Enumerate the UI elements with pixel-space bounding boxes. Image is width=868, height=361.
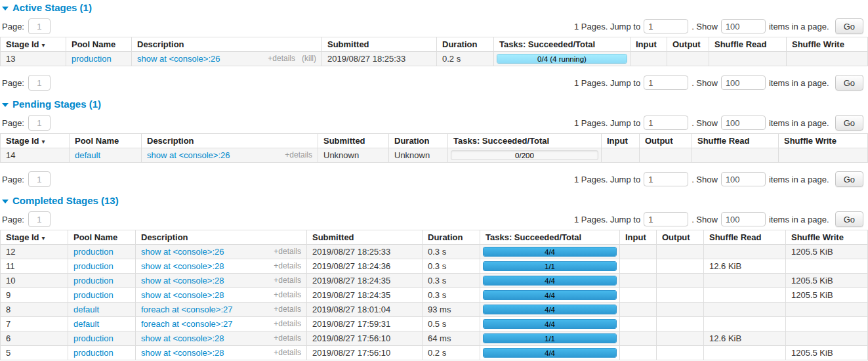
column-header-pool-name[interactable]: Pool Name	[70, 134, 142, 148]
column-header-shuffle-write[interactable]: Shuffle Write	[786, 230, 868, 245]
pool-link[interactable]: production	[73, 333, 114, 343]
page-number-input[interactable]	[28, 18, 51, 34]
column-header-shuffle-read[interactable]: Shuffle Read	[709, 37, 787, 52]
page-number-input[interactable]	[28, 211, 51, 227]
column-header-input[interactable]: Input	[602, 134, 640, 148]
column-header-submitted[interactable]: Submitted	[322, 37, 437, 52]
description-link[interactable]: foreach at <console>:27	[141, 319, 233, 329]
table-header-row: Stage Id▾Pool NameDescriptionSubmittedDu…	[1, 37, 868, 52]
details-toggle[interactable]: +details	[285, 150, 312, 159]
jump-to-page-input[interactable]	[644, 75, 688, 90]
column-header-tasks-succeeded-total[interactable]: Tasks: Succeeded/Total	[480, 230, 620, 245]
column-header-output[interactable]: Output	[640, 134, 692, 148]
details-toggle[interactable]: +details	[274, 319, 301, 328]
page-number-input[interactable]	[28, 75, 51, 91]
column-header-label: Output	[662, 232, 690, 242]
column-header-label: Output	[645, 136, 673, 146]
description-link[interactable]: show at <console>:28	[141, 333, 224, 343]
pool-link[interactable]: production	[73, 348, 114, 358]
go-button[interactable]: Go	[835, 18, 863, 34]
description-link[interactable]: show at <console>:28	[141, 261, 224, 271]
progress-label: 4/4	[484, 247, 616, 257]
column-header-description[interactable]: Description	[132, 37, 322, 52]
shuffle-read-cell	[704, 245, 786, 259]
pool-link[interactable]: production	[73, 261, 114, 271]
stage-id-cell: 10	[1, 274, 68, 288]
page-label: Page:	[2, 215, 24, 224]
pool-link[interactable]: production	[73, 247, 114, 257]
description-cell: +detailsforeach at <console>:27	[136, 317, 307, 331]
details-toggle[interactable]: +details	[274, 348, 301, 357]
column-header-tasks-succeeded-total[interactable]: Tasks: Succeeded/Total	[448, 134, 602, 148]
column-header-duration[interactable]: Duration	[389, 134, 448, 148]
section-header-completed-stages[interactable]: Completed Stages (13)	[2, 195, 868, 206]
jump-to-page-input[interactable]	[644, 172, 688, 186]
description-link[interactable]: foreach at <console>:27	[141, 305, 233, 314]
page-size-input[interactable]	[721, 116, 766, 130]
go-button[interactable]: Go	[835, 115, 863, 131]
section-header-active-stages[interactable]: Active Stages (1)	[2, 2, 868, 13]
description-link[interactable]: show at <console>:28	[141, 276, 224, 286]
kill-link[interactable]: (kill)	[302, 54, 316, 63]
column-header-duration[interactable]: Duration	[437, 37, 494, 52]
column-header-shuffle-read[interactable]: Shuffle Read	[704, 230, 786, 245]
description-link[interactable]: show at <console>:26	[141, 247, 224, 257]
column-header-shuffle-write[interactable]: Shuffle Write	[779, 134, 868, 148]
go-button[interactable]: Go	[835, 171, 863, 187]
description-link[interactable]: show at <console>:26	[147, 150, 230, 160]
pages-count-text: 1 Pages. Jump to	[574, 175, 640, 184]
column-header-input[interactable]: Input	[630, 37, 667, 52]
column-header-pool-name[interactable]: Pool Name	[66, 37, 132, 52]
section-header-pending-stages[interactable]: Pending Stages (1)	[2, 98, 868, 110]
column-header-shuffle-write[interactable]: Shuffle Write	[787, 37, 868, 52]
column-header-stage-id[interactable]: Stage Id▾	[1, 230, 68, 245]
pool-link[interactable]: production	[73, 290, 114, 300]
pages-count-text: 1 Pages. Jump to	[574, 78, 640, 88]
page-size-input[interactable]	[721, 172, 766, 186]
details-toggle[interactable]: +details	[274, 305, 301, 314]
column-header-pool-name[interactable]: Pool Name	[68, 230, 136, 245]
details-toggle[interactable]: +details	[274, 276, 301, 285]
column-header-label: Pool Name	[75, 136, 119, 146]
page-number-input[interactable]	[28, 115, 51, 131]
column-header-description[interactable]: Description	[142, 134, 318, 148]
page-size-input[interactable]	[721, 19, 766, 33]
column-header-output[interactable]: Output	[657, 230, 704, 245]
pool-link[interactable]: default	[73, 305, 99, 314]
column-header-tasks-succeeded-total[interactable]: Tasks: Succeeded/Total	[494, 37, 630, 52]
pool-link[interactable]: default	[75, 150, 100, 160]
details-toggle[interactable]: +details	[274, 247, 301, 256]
shuffle-read-cell: 12.6 KiB	[704, 259, 786, 274]
column-header-stage-id[interactable]: Stage Id▾	[1, 134, 70, 148]
description-link[interactable]: show at <console>:28	[141, 290, 224, 300]
jump-to-page-input[interactable]	[644, 212, 688, 226]
details-toggle[interactable]: +details	[274, 333, 301, 343]
pagination-right: 1 Pages. Jump to . Show items in a page.…	[574, 171, 863, 187]
details-toggle[interactable]: +details	[268, 54, 295, 63]
column-header-input[interactable]: Input	[620, 230, 657, 245]
go-button[interactable]: Go	[835, 211, 863, 227]
stage-id-cell: 13	[1, 52, 66, 66]
page-size-input[interactable]	[721, 212, 766, 226]
pool-link[interactable]: production	[73, 276, 114, 286]
column-header-description[interactable]: Description	[136, 230, 307, 245]
details-toggle[interactable]: +details	[274, 261, 301, 270]
page-number-input[interactable]	[28, 171, 51, 187]
column-header-submitted[interactable]: Submitted	[318, 134, 389, 148]
column-header-output[interactable]: Output	[667, 37, 709, 52]
column-header-duration[interactable]: Duration	[423, 230, 480, 245]
column-header-stage-id[interactable]: Stage Id▾	[1, 37, 66, 52]
pool-link[interactable]: production	[72, 54, 112, 64]
output-cell	[657, 346, 704, 360]
jump-to-page-input[interactable]	[644, 116, 688, 130]
jump-to-page-input[interactable]	[644, 19, 688, 33]
pool-name-cell: default	[68, 303, 136, 317]
go-button[interactable]: Go	[835, 75, 863, 91]
pool-link[interactable]: default	[73, 319, 99, 329]
column-header-shuffle-read[interactable]: Shuffle Read	[692, 134, 779, 148]
page-size-input[interactable]	[721, 75, 766, 90]
description-link[interactable]: show at <console>:26	[137, 54, 220, 64]
details-toggle[interactable]: +details	[274, 290, 301, 299]
description-link[interactable]: show at <console>:28	[141, 348, 224, 358]
column-header-submitted[interactable]: Submitted	[307, 230, 423, 245]
